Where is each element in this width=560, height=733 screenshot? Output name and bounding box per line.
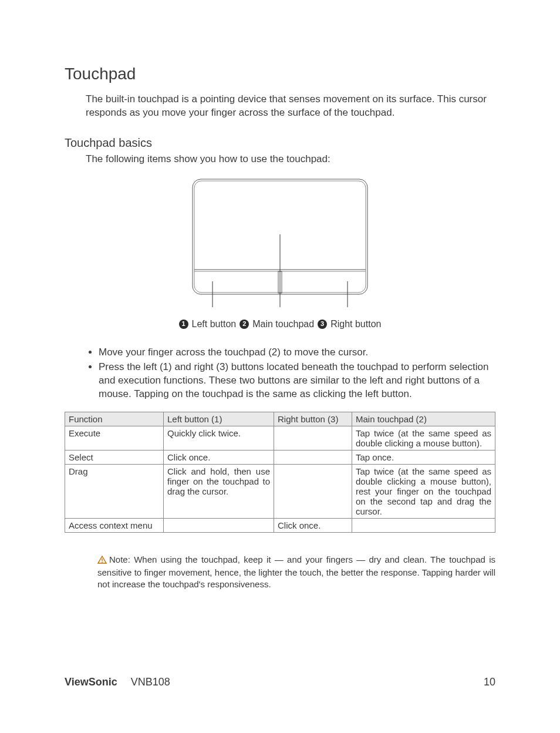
col-function: Function [65,412,164,426]
cell-left [164,518,274,532]
function-table: Function Left button (1) Right button (3… [65,412,495,533]
instruction-list: Move your finger across the touchpad (2)… [86,346,495,401]
footer-brand: ViewSonic [65,676,117,688]
callout-3-label: Right button [330,319,381,329]
cell-left: Click and hold, then use finger on the t… [164,464,274,518]
cell-function: Access context menu [65,518,164,532]
touchpad-diagram-svg [189,176,371,311]
cell-left: Quickly click twice. [164,426,274,450]
col-right-button: Right button (3) [274,412,352,426]
table-row: Access context menu Click once. [65,518,495,532]
cell-function: Drag [65,464,164,518]
callout-2-label: Main touchpad [252,319,314,329]
cell-main: Tap twice (at the same speed as double c… [352,464,495,518]
cell-main [352,518,495,532]
touchpad-diagram [65,176,495,311]
col-left-button: Left button (1) [164,412,274,426]
table-row: Drag Click and hold, then use finger on … [65,464,495,518]
instruction-item: Press the left (1) and right (3) buttons… [99,361,495,401]
footer-model: VNB108 [131,676,170,688]
diagram-caption: 1 Left button 2 Main touchpad 3 Right bu… [65,319,495,329]
cell-main: Tap twice (at the same speed as double c… [352,426,495,450]
note-text: Note: When using the touchpad, keep it —… [97,554,495,590]
cell-right: Click once. [274,518,352,532]
page-footer: ViewSonic VNB108 10 [65,676,495,688]
cell-function: Select [65,450,164,464]
page-title: Touchpad [65,65,495,83]
table-header-row: Function Left button (1) Right button (3… [65,412,495,426]
cell-right [274,450,352,464]
warning-icon [97,555,107,567]
callout-2-icon: 2 [239,320,249,329]
subheading: Touchpad basics [65,136,495,150]
cell-function: Execute [65,426,164,450]
table-row: Execute Quickly click twice. Tap twice (… [65,426,495,450]
footer-page-number: 10 [484,676,495,688]
col-main-touchpad: Main touchpad (2) [352,412,495,426]
cell-right [274,426,352,450]
footer-left: ViewSonic VNB108 [65,676,170,688]
callout-1-label: Left button [192,319,237,329]
callout-3-icon: 3 [318,320,327,329]
table-row: Select Click once. Tap once. [65,450,495,464]
cell-left: Click once. [164,450,274,464]
svg-point-9 [102,561,103,563]
intro-paragraph: The built-in touchpad is a pointing devi… [86,93,495,120]
manual-page: Touchpad The built-in touchpad is a poin… [0,0,560,733]
cell-right [274,464,352,518]
callout-1-icon: 1 [179,320,188,329]
sub-intro: The following items show you how to use … [86,153,495,165]
instruction-item: Move your finger across the touchpad (2)… [99,346,495,359]
note-paragraph: Note: When using the touchpad, keep it —… [97,554,495,591]
cell-main: Tap once. [352,450,495,464]
